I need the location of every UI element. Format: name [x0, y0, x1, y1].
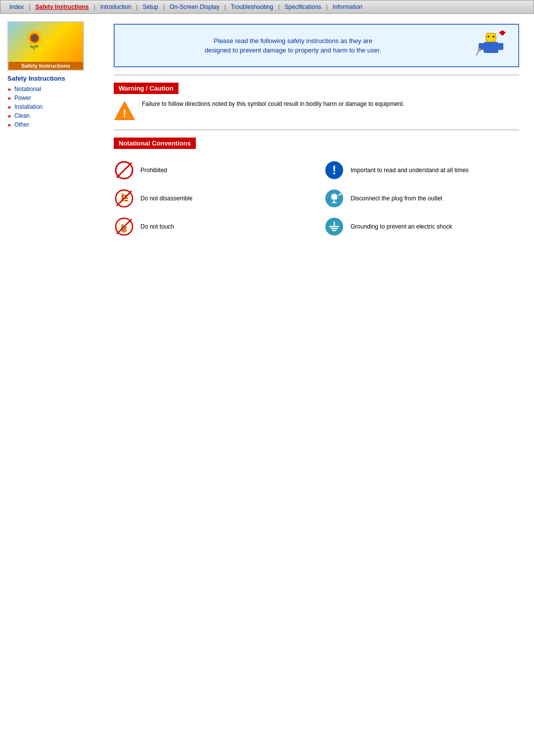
grounding-icon-wrapper: [324, 216, 345, 237]
conventions-grid: Prohibited ! Important to read and under…: [114, 160, 519, 237]
arrow-icon-clean: ►: [7, 113, 12, 119]
sidebar-link-clean[interactable]: ► Clean: [7, 111, 101, 120]
disconnect-icon: [324, 189, 344, 208]
header-box: Please read the following safety instruc…: [114, 24, 519, 67]
triangle-svg: !: [114, 100, 136, 122]
nav-item-osd[interactable]: On-Screen Display: [165, 2, 224, 12]
svg-rect-0: [486, 33, 496, 42]
svg-rect-24: [333, 193, 334, 195]
touch-label: Do not touch: [140, 223, 174, 231]
warning-row: ! Failure to follow directions noted by …: [114, 100, 519, 122]
divider-2: [114, 130, 519, 130]
warning-section: Warning / Caution ! Failure to follow di…: [114, 83, 519, 122]
grounding-icon: [324, 217, 344, 236]
prohibited-icon-wrapper: [114, 160, 134, 181]
svg-rect-23: [331, 194, 337, 199]
sidebar-section-title: Safety Instructions: [7, 75, 101, 82]
convention-important: ! Important to read and understand at al…: [324, 160, 519, 181]
disconnect-icon-wrapper: [324, 188, 345, 209]
convention-disassemble: Do not disassemble: [114, 188, 309, 209]
nav-item-troubleshoot[interactable]: Troubleshooting: [226, 2, 278, 12]
important-label: Important to read and understand at all …: [351, 166, 469, 175]
arrow-icon-other: ►: [7, 122, 12, 128]
convention-grounding: Grounding to prevent an electric shock: [324, 216, 519, 237]
convention-touch: Do not touch: [114, 216, 309, 237]
nav-item-index[interactable]: Index: [4, 2, 29, 12]
important-icon: !: [324, 160, 344, 180]
sidebar-logo: 🌻 Safety Instructions: [7, 21, 84, 71]
svg-point-2: [492, 36, 494, 38]
warning-triangle-icon: !: [114, 100, 136, 122]
convention-disconnect: Disconnect the plug from the outlet: [324, 188, 519, 209]
svg-point-9: [478, 48, 481, 51]
prohibited-label: Prohibited: [140, 166, 167, 175]
sidebar-link-power[interactable]: ► Power: [7, 94, 101, 102]
notational-section: Notational Conventions Prohibited: [114, 138, 519, 237]
sidebar-link-notational[interactable]: ► Notational: [7, 85, 101, 94]
svg-text:!: !: [123, 107, 126, 120]
convention-prohibited: Prohibited: [114, 160, 309, 181]
disassemble-icon: [114, 189, 134, 208]
arrow-icon-notational: ►: [7, 87, 12, 92]
nav-item-info[interactable]: Information: [328, 2, 367, 12]
svg-rect-3: [484, 42, 498, 53]
grounding-label: Grounding to prevent an electric shock: [351, 223, 452, 231]
touch-icon-wrapper: [114, 216, 134, 237]
arrow-icon-power: ►: [7, 95, 12, 101]
disassemble-icon-wrapper: [114, 188, 134, 209]
notational-section-header: Notational Conventions: [114, 138, 196, 149]
svg-line-13: [117, 163, 132, 178]
sidebar-link-installation[interactable]: ► Installation: [7, 102, 101, 111]
navbar: Index | Safety Instructions | Introducti…: [0, 0, 534, 14]
svg-text:!: !: [332, 163, 336, 177]
svg-rect-5: [498, 43, 503, 50]
header-character-icon: [471, 31, 511, 60]
main-layout: 🌻 Safety Instructions Safety Instruction…: [0, 14, 534, 247]
svg-rect-20: [124, 200, 128, 201]
arrow-icon-installation: ►: [7, 104, 12, 110]
sidebar: 🌻 Safety Instructions Safety Instruction…: [5, 19, 104, 242]
content-area: Please read the following safety instruc…: [104, 19, 529, 242]
svg-rect-7: [501, 31, 504, 35]
nav-item-setup[interactable]: Setup: [137, 2, 163, 12]
sunflower-icon: 🌻: [23, 30, 45, 50]
sidebar-link-other[interactable]: ► Other: [7, 120, 101, 129]
divider-1: [114, 75, 519, 75]
warning-description: Failure to follow directions noted by th…: [142, 100, 404, 108]
nav-item-safety[interactable]: Safety Instructions: [30, 2, 93, 12]
disassemble-label: Do not disassemble: [140, 194, 192, 203]
svg-rect-25: [335, 193, 336, 195]
sidebar-logo-label: Safety Instructions: [8, 62, 83, 70]
header-text: Please read the following safety instruc…: [122, 36, 464, 55]
nav-item-intro[interactable]: Introduction: [95, 2, 136, 12]
touch-icon: [114, 217, 134, 236]
warning-section-header: Warning / Caution: [114, 83, 178, 94]
character-svg: [474, 31, 508, 60]
svg-point-1: [488, 36, 490, 38]
important-icon-wrapper: !: [324, 160, 345, 181]
prohibited-icon: [114, 160, 134, 180]
disconnect-label: Disconnect the plug from the outlet: [351, 194, 442, 203]
nav-item-specs[interactable]: Specifications: [280, 2, 326, 12]
